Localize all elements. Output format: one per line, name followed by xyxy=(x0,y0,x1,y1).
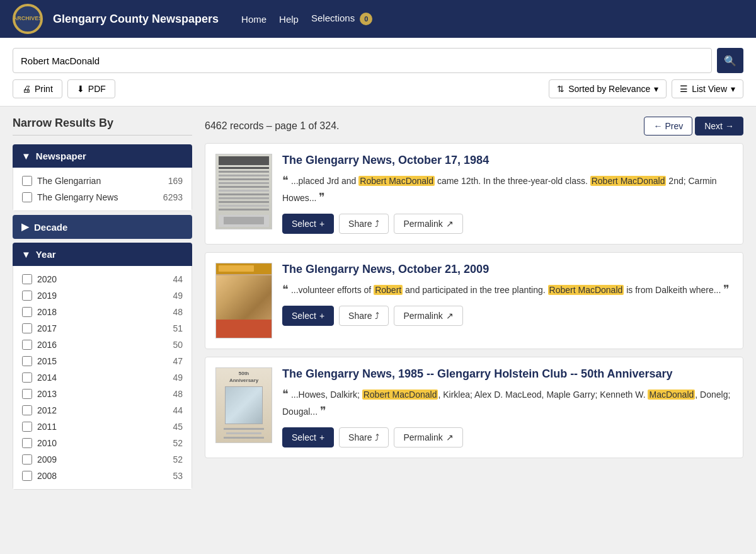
select-button-1[interactable]: Select + xyxy=(282,214,334,234)
filter-item-2014[interactable]: 2014 49 xyxy=(13,369,192,386)
results-area: 6462 records – page 1 of 324. ← Prev Nex… xyxy=(205,117,743,466)
share-button-1[interactable]: Share ⤴ xyxy=(339,214,389,234)
permalink-button-3[interactable]: Permalink ↗ xyxy=(394,427,462,447)
checkbox-2008[interactable] xyxy=(22,471,32,481)
result-actions-2: Select + Share ⤴ Permalink ↗ xyxy=(282,306,733,326)
search-button[interactable]: 🔍 xyxy=(717,48,743,73)
result-card-2: The Glengarry News, October 21, 2009 ❝ .… xyxy=(205,252,743,349)
select-plus-icon-3: + xyxy=(319,432,324,442)
filter-item-glengarrian[interactable]: The Glengarrian 169 xyxy=(13,173,192,189)
checkbox-2009[interactable] xyxy=(22,454,32,465)
filter-newspaper-header[interactable]: ▼ Newspaper xyxy=(13,144,192,168)
main-nav: Home Help Selections 0 xyxy=(241,13,372,25)
filter-item-2019[interactable]: 2019 49 xyxy=(13,287,192,304)
header: ARCHIVES Glengarry County Newspapers Hom… xyxy=(0,0,756,38)
select-plus-icon-2: + xyxy=(319,311,324,321)
checkbox-2013[interactable] xyxy=(22,389,32,399)
filter-item-2008[interactable]: 2008 53 xyxy=(13,468,192,484)
share-button-3[interactable]: Share ⤴ xyxy=(339,427,389,447)
result-title-2[interactable]: The Glengarry News, October 21, 2009 xyxy=(282,263,733,276)
print-button[interactable]: 🖨 Print xyxy=(13,79,62,98)
checkbox-2019[interactable] xyxy=(22,291,32,301)
sort-button[interactable]: ⇅ Sorted by Relevance ▾ xyxy=(549,79,667,98)
result-snippet-3: ❝ ...Howes, Dalkirk; Robert MacDonald, K… xyxy=(282,386,733,420)
checkbox-glengarry-news[interactable] xyxy=(22,192,32,202)
checkbox-2014[interactable] xyxy=(22,372,32,383)
filter-item-2016[interactable]: 2016 50 xyxy=(13,337,192,353)
print-icon: 🖨 xyxy=(22,84,31,94)
filter-item-2020[interactable]: 2020 44 xyxy=(13,271,192,287)
next-button[interactable]: Next → xyxy=(695,117,743,136)
filter-item-2011[interactable]: 2011 45 xyxy=(13,418,192,435)
newspaper-expand-icon: ▼ xyxy=(21,151,31,161)
checkbox-2016[interactable] xyxy=(22,340,32,350)
result-thumbnail-1 xyxy=(215,154,272,229)
filter-newspaper: ▼ Newspaper The Glengarrian 169 The Glen… xyxy=(13,144,192,211)
share-icon-2: ⤴ xyxy=(375,311,379,321)
filter-item-2012[interactable]: 2012 44 xyxy=(13,402,192,418)
result-card-1: The Glengarry News, October 17, 1984 ❝ .… xyxy=(205,143,743,245)
sort-dropdown-icon: ▾ xyxy=(654,84,658,94)
thumb-badge-3: 50thAnniversary xyxy=(229,371,258,384)
nav-selections[interactable]: Selections 0 xyxy=(311,13,372,25)
share-icon-3: ⤴ xyxy=(375,432,379,442)
checkbox-2020[interactable] xyxy=(22,274,32,284)
search-icon: 🔍 xyxy=(724,55,736,67)
open-quote-1: ❝ xyxy=(282,174,289,187)
filter-year-body: 2020 44 2019 49 2018 48 2017 51 xyxy=(13,266,192,490)
filter-item-2015[interactable]: 2015 47 xyxy=(13,353,192,369)
result-content-3: The Glengarry News, 1985 -- Glengarry Ho… xyxy=(282,367,733,447)
open-quote-3: ❝ xyxy=(282,388,289,400)
sidebar: Narrow Results By ▼ Newspaper The Glenga… xyxy=(13,117,192,493)
select-button-2[interactable]: Select + xyxy=(282,306,334,326)
nav-help[interactable]: Help xyxy=(279,14,299,25)
site-title: Glengarry County Newspapers xyxy=(53,13,219,26)
result-actions-1: Select + Share ⤴ Permalink ↗ xyxy=(282,214,733,234)
filter-item-glengarry-news[interactable]: The Glengarry News 6293 xyxy=(13,189,192,205)
filter-year: ▼ Year 2020 44 2019 49 2018 48 xyxy=(13,243,192,490)
filter-decade-header[interactable]: ▶ Decade xyxy=(13,215,192,239)
permalink-button-2[interactable]: Permalink ↗ xyxy=(394,306,462,326)
permalink-icon-1: ↗ xyxy=(446,219,454,229)
share-button-2[interactable]: Share ⤴ xyxy=(339,306,389,326)
filter-item-2018[interactable]: 2018 48 xyxy=(13,304,192,320)
checkbox-2015[interactable] xyxy=(22,356,32,366)
pdf-button[interactable]: ⬇ PDF xyxy=(67,79,115,98)
filter-item-2017[interactable]: 2017 51 xyxy=(13,320,192,337)
filter-year-header[interactable]: ▼ Year xyxy=(13,243,192,266)
checkbox-2018[interactable] xyxy=(22,307,32,317)
search-input[interactable] xyxy=(13,48,712,73)
permalink-icon-3: ↗ xyxy=(446,432,454,442)
select-button-3[interactable]: Select + xyxy=(282,427,334,447)
main-content: Narrow Results By ▼ Newspaper The Glenga… xyxy=(0,107,756,504)
result-snippet-2: ❝ ...volunteer efforts of Robert and par… xyxy=(282,281,733,298)
permalink-button-1[interactable]: Permalink ↗ xyxy=(394,214,462,234)
result-title-1[interactable]: The Glengarry News, October 17, 1984 xyxy=(282,154,733,167)
selections-badge: 0 xyxy=(360,13,372,25)
filter-newspaper-body: The Glengarrian 169 The Glengarry News 6… xyxy=(13,168,192,211)
view-button[interactable]: ☰ List View ▾ xyxy=(672,79,743,98)
pagination: ← Prev Next → xyxy=(644,117,743,136)
next-icon: → xyxy=(725,121,734,131)
result-title-3[interactable]: The Glengarry News, 1985 -- Glengarry Ho… xyxy=(282,367,733,381)
list-view-icon: ☰ xyxy=(680,84,688,94)
checkbox-2012[interactable] xyxy=(22,405,32,415)
prev-button[interactable]: ← Prev xyxy=(644,117,692,136)
result-snippet-1: ❝ ...placed Jrd and Robert MacDonald cam… xyxy=(282,172,733,206)
checkbox-2011[interactable] xyxy=(22,422,32,432)
checkbox-2010[interactable] xyxy=(22,438,32,448)
sort-icon: ⇅ xyxy=(557,84,564,94)
permalink-icon-2: ↗ xyxy=(446,311,454,321)
nav-home[interactable]: Home xyxy=(241,14,266,25)
year-expand-icon: ▼ xyxy=(21,249,31,260)
filter-item-2010[interactable]: 2010 52 xyxy=(13,435,192,451)
pdf-icon: ⬇ xyxy=(77,84,84,94)
checkbox-glengarrian[interactable] xyxy=(22,176,32,186)
close-quote-3: ❞ xyxy=(320,405,326,417)
share-icon-1: ⤴ xyxy=(375,219,379,229)
filter-item-2009[interactable]: 2009 52 xyxy=(13,451,192,468)
results-header: 6462 records – page 1 of 324. ← Prev Nex… xyxy=(205,117,743,136)
filter-item-2013[interactable]: 2013 48 xyxy=(13,386,192,402)
sidebar-title: Narrow Results By xyxy=(13,117,192,136)
checkbox-2017[interactable] xyxy=(22,323,32,333)
